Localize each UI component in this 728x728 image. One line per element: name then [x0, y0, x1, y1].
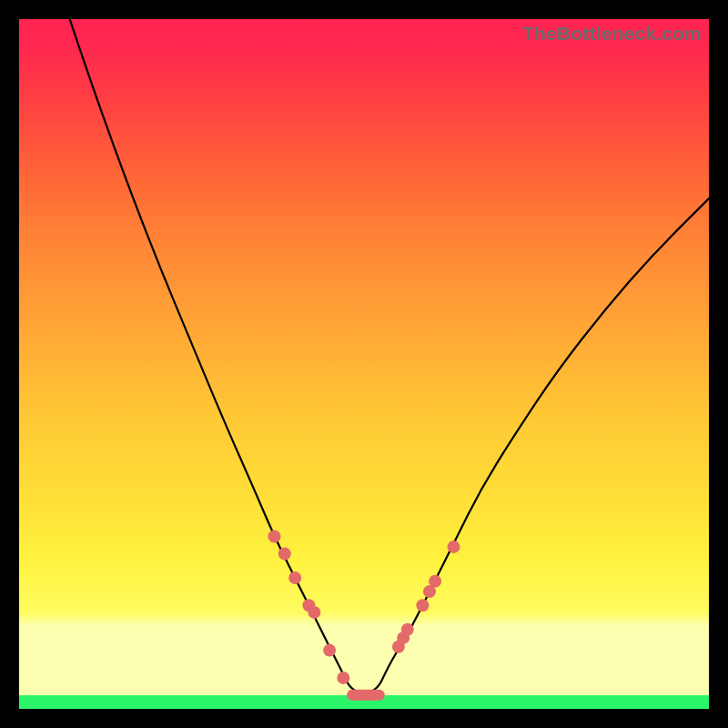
right-markers	[392, 541, 460, 653]
main-curve	[67, 12, 709, 693]
marker-dot	[308, 606, 320, 619]
curve-svg	[19, 19, 709, 709]
marker-dot	[448, 541, 460, 553]
marker-dot	[416, 599, 429, 612]
marker-dot	[278, 548, 291, 561]
marker-dot	[268, 531, 281, 543]
flat-bottom-segment	[347, 690, 385, 701]
chart-container: TheBottleneck.com	[0, 0, 728, 728]
marker-dot	[429, 575, 441, 588]
marker-dot	[288, 571, 301, 584]
plot-area: TheBottleneck.com	[19, 19, 709, 709]
marker-dot	[323, 644, 336, 657]
marker-dot	[401, 623, 414, 636]
flat-bottom-bar	[347, 690, 385, 701]
marker-dot	[337, 672, 349, 684]
